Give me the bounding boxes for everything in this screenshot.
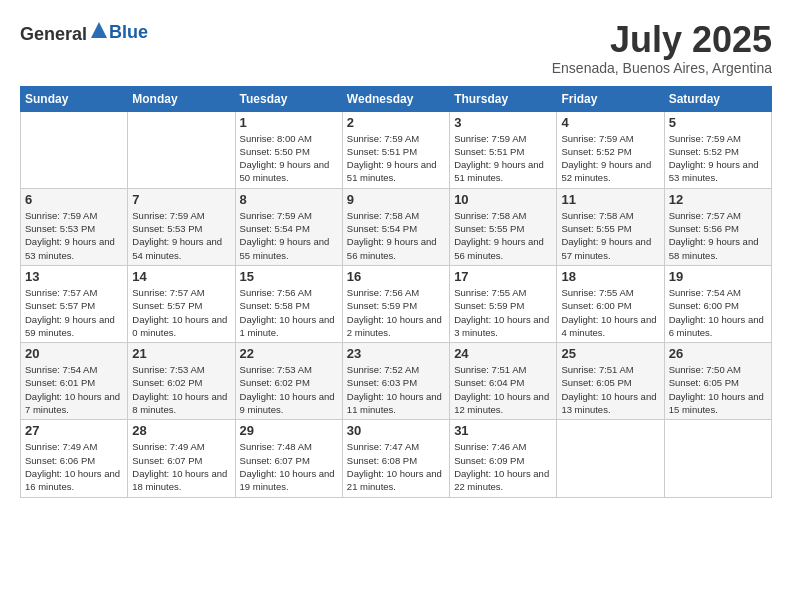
- location-title: Ensenada, Buenos Aires, Argentina: [552, 60, 772, 76]
- date-number: 14: [132, 269, 230, 284]
- calendar-cell: 22Sunrise: 7:53 AM Sunset: 6:02 PM Dayli…: [235, 343, 342, 420]
- date-number: 10: [454, 192, 552, 207]
- logo-text-blue: Blue: [109, 22, 148, 42]
- calendar-cell: 5Sunrise: 7:59 AM Sunset: 5:52 PM Daylig…: [664, 111, 771, 188]
- calendar-cell: 27Sunrise: 7:49 AM Sunset: 6:06 PM Dayli…: [21, 420, 128, 497]
- calendar-cell: 24Sunrise: 7:51 AM Sunset: 6:04 PM Dayli…: [450, 343, 557, 420]
- cell-info: Sunrise: 7:59 AM Sunset: 5:53 PM Dayligh…: [132, 209, 230, 262]
- date-number: 17: [454, 269, 552, 284]
- logo: General Blue: [20, 20, 148, 45]
- calendar-cell: 14Sunrise: 7:57 AM Sunset: 5:57 PM Dayli…: [128, 265, 235, 342]
- calendar-cell: 29Sunrise: 7:48 AM Sunset: 6:07 PM Dayli…: [235, 420, 342, 497]
- date-number: 4: [561, 115, 659, 130]
- cell-info: Sunrise: 7:53 AM Sunset: 6:02 PM Dayligh…: [240, 363, 338, 416]
- date-number: 29: [240, 423, 338, 438]
- cell-info: Sunrise: 7:58 AM Sunset: 5:55 PM Dayligh…: [561, 209, 659, 262]
- calendar-cell: 23Sunrise: 7:52 AM Sunset: 6:03 PM Dayli…: [342, 343, 449, 420]
- cell-info: Sunrise: 7:56 AM Sunset: 5:59 PM Dayligh…: [347, 286, 445, 339]
- date-number: 2: [347, 115, 445, 130]
- cell-info: Sunrise: 7:53 AM Sunset: 6:02 PM Dayligh…: [132, 363, 230, 416]
- cell-info: Sunrise: 7:59 AM Sunset: 5:51 PM Dayligh…: [454, 132, 552, 185]
- cell-info: Sunrise: 7:56 AM Sunset: 5:58 PM Dayligh…: [240, 286, 338, 339]
- week-row-1: 1Sunrise: 8:00 AM Sunset: 5:50 PM Daylig…: [21, 111, 772, 188]
- date-number: 30: [347, 423, 445, 438]
- date-number: 9: [347, 192, 445, 207]
- cell-info: Sunrise: 7:54 AM Sunset: 6:00 PM Dayligh…: [669, 286, 767, 339]
- calendar-cell: 17Sunrise: 7:55 AM Sunset: 5:59 PM Dayli…: [450, 265, 557, 342]
- week-row-2: 6Sunrise: 7:59 AM Sunset: 5:53 PM Daylig…: [21, 188, 772, 265]
- page-header: General Blue July 2025 Ensenada, Buenos …: [20, 20, 772, 76]
- calendar-cell: 8Sunrise: 7:59 AM Sunset: 5:54 PM Daylig…: [235, 188, 342, 265]
- cell-info: Sunrise: 7:58 AM Sunset: 5:55 PM Dayligh…: [454, 209, 552, 262]
- cell-info: Sunrise: 7:57 AM Sunset: 5:57 PM Dayligh…: [132, 286, 230, 339]
- cell-info: Sunrise: 7:57 AM Sunset: 5:57 PM Dayligh…: [25, 286, 123, 339]
- date-number: 25: [561, 346, 659, 361]
- date-number: 31: [454, 423, 552, 438]
- cell-info: Sunrise: 7:55 AM Sunset: 6:00 PM Dayligh…: [561, 286, 659, 339]
- date-number: 24: [454, 346, 552, 361]
- calendar-cell: 21Sunrise: 7:53 AM Sunset: 6:02 PM Dayli…: [128, 343, 235, 420]
- cell-info: Sunrise: 7:51 AM Sunset: 6:05 PM Dayligh…: [561, 363, 659, 416]
- month-title: July 2025: [552, 20, 772, 60]
- cell-info: Sunrise: 7:58 AM Sunset: 5:54 PM Dayligh…: [347, 209, 445, 262]
- calendar-cell: 19Sunrise: 7:54 AM Sunset: 6:00 PM Dayli…: [664, 265, 771, 342]
- cell-info: Sunrise: 7:59 AM Sunset: 5:53 PM Dayligh…: [25, 209, 123, 262]
- date-number: 22: [240, 346, 338, 361]
- calendar-cell: 3Sunrise: 7:59 AM Sunset: 5:51 PM Daylig…: [450, 111, 557, 188]
- cell-info: Sunrise: 8:00 AM Sunset: 5:50 PM Dayligh…: [240, 132, 338, 185]
- date-number: 19: [669, 269, 767, 284]
- calendar-cell: [664, 420, 771, 497]
- date-number: 23: [347, 346, 445, 361]
- day-header-sunday: Sunday: [21, 86, 128, 111]
- date-number: 8: [240, 192, 338, 207]
- calendar-cell: 13Sunrise: 7:57 AM Sunset: 5:57 PM Dayli…: [21, 265, 128, 342]
- logo-text-general: General: [20, 24, 87, 44]
- date-number: 16: [347, 269, 445, 284]
- day-header-wednesday: Wednesday: [342, 86, 449, 111]
- calendar-cell: 30Sunrise: 7:47 AM Sunset: 6:08 PM Dayli…: [342, 420, 449, 497]
- calendar-cell: 31Sunrise: 7:46 AM Sunset: 6:09 PM Dayli…: [450, 420, 557, 497]
- calendar-cell: [557, 420, 664, 497]
- date-number: 5: [669, 115, 767, 130]
- date-number: 6: [25, 192, 123, 207]
- calendar-cell: 9Sunrise: 7:58 AM Sunset: 5:54 PM Daylig…: [342, 188, 449, 265]
- cell-info: Sunrise: 7:47 AM Sunset: 6:08 PM Dayligh…: [347, 440, 445, 493]
- cell-info: Sunrise: 7:55 AM Sunset: 5:59 PM Dayligh…: [454, 286, 552, 339]
- day-header-friday: Friday: [557, 86, 664, 111]
- calendar-cell: [21, 111, 128, 188]
- calendar-cell: 6Sunrise: 7:59 AM Sunset: 5:53 PM Daylig…: [21, 188, 128, 265]
- day-header-tuesday: Tuesday: [235, 86, 342, 111]
- date-number: 15: [240, 269, 338, 284]
- calendar-cell: 15Sunrise: 7:56 AM Sunset: 5:58 PM Dayli…: [235, 265, 342, 342]
- logo-icon: [89, 20, 109, 40]
- date-number: 20: [25, 346, 123, 361]
- calendar-cell: 16Sunrise: 7:56 AM Sunset: 5:59 PM Dayli…: [342, 265, 449, 342]
- week-row-5: 27Sunrise: 7:49 AM Sunset: 6:06 PM Dayli…: [21, 420, 772, 497]
- calendar-cell: 26Sunrise: 7:50 AM Sunset: 6:05 PM Dayli…: [664, 343, 771, 420]
- cell-info: Sunrise: 7:57 AM Sunset: 5:56 PM Dayligh…: [669, 209, 767, 262]
- calendar-cell: 20Sunrise: 7:54 AM Sunset: 6:01 PM Dayli…: [21, 343, 128, 420]
- cell-info: Sunrise: 7:54 AM Sunset: 6:01 PM Dayligh…: [25, 363, 123, 416]
- date-number: 28: [132, 423, 230, 438]
- date-number: 18: [561, 269, 659, 284]
- calendar-cell: 12Sunrise: 7:57 AM Sunset: 5:56 PM Dayli…: [664, 188, 771, 265]
- date-number: 11: [561, 192, 659, 207]
- date-number: 7: [132, 192, 230, 207]
- cell-info: Sunrise: 7:59 AM Sunset: 5:52 PM Dayligh…: [669, 132, 767, 185]
- date-number: 3: [454, 115, 552, 130]
- date-number: 13: [25, 269, 123, 284]
- calendar-cell: 7Sunrise: 7:59 AM Sunset: 5:53 PM Daylig…: [128, 188, 235, 265]
- calendar-cell: 25Sunrise: 7:51 AM Sunset: 6:05 PM Dayli…: [557, 343, 664, 420]
- cell-info: Sunrise: 7:51 AM Sunset: 6:04 PM Dayligh…: [454, 363, 552, 416]
- calendar-cell: 1Sunrise: 8:00 AM Sunset: 5:50 PM Daylig…: [235, 111, 342, 188]
- day-header-saturday: Saturday: [664, 86, 771, 111]
- cell-info: Sunrise: 7:59 AM Sunset: 5:54 PM Dayligh…: [240, 209, 338, 262]
- cell-info: Sunrise: 7:49 AM Sunset: 6:07 PM Dayligh…: [132, 440, 230, 493]
- calendar-cell: 11Sunrise: 7:58 AM Sunset: 5:55 PM Dayli…: [557, 188, 664, 265]
- calendar-cell: 4Sunrise: 7:59 AM Sunset: 5:52 PM Daylig…: [557, 111, 664, 188]
- week-row-3: 13Sunrise: 7:57 AM Sunset: 5:57 PM Dayli…: [21, 265, 772, 342]
- days-header-row: SundayMondayTuesdayWednesdayThursdayFrid…: [21, 86, 772, 111]
- calendar-cell: 2Sunrise: 7:59 AM Sunset: 5:51 PM Daylig…: [342, 111, 449, 188]
- date-number: 1: [240, 115, 338, 130]
- cell-info: Sunrise: 7:46 AM Sunset: 6:09 PM Dayligh…: [454, 440, 552, 493]
